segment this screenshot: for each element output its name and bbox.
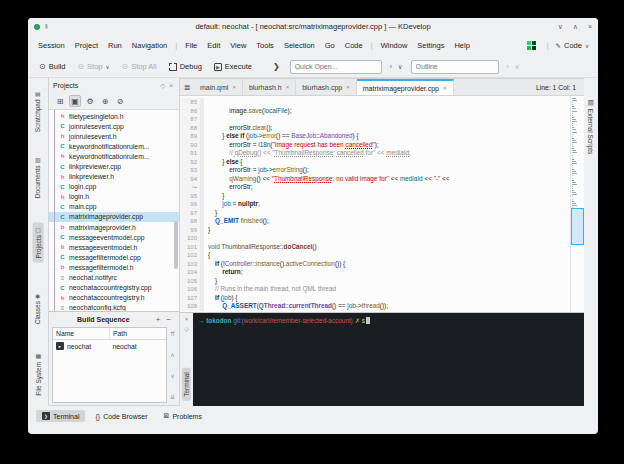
editor-tab-blurhash.cpp[interactable]: blurhash.cpp×: [296, 79, 357, 95]
tree-item[interactable]: hlogin.h: [49, 192, 179, 202]
code-line: 86 image.save(localFile);: [180, 107, 570, 116]
nav-dropdown-icon[interactable]: ∨: [396, 63, 405, 71]
close-tab-icon[interactable]: ×: [286, 84, 290, 90]
sidebar-tab-classes[interactable]: Classes◉: [33, 289, 44, 328]
remove-build-item-button[interactable]: −: [163, 315, 174, 324]
new-project-icon[interactable]: ⊞: [54, 95, 66, 107]
bottom-toolview-bar: ❯Terminal{}Code Browser⊠Problems: [28, 406, 598, 426]
tree-item[interactable]: hmatriximageprovider.h: [49, 222, 179, 232]
tree-item[interactable]: hfiletypesingleton.h: [49, 111, 179, 121]
move-up-icon[interactable]: ∧: [170, 351, 174, 358]
move-bottom-icon[interactable]: ⇊: [170, 393, 175, 400]
close-tab-icon[interactable]: ×: [346, 84, 350, 90]
close-tab-icon[interactable]: ×: [232, 84, 236, 90]
stop-all-button[interactable]: ⊝Stop All: [117, 60, 162, 73]
build-sequence-row[interactable]: ▸neochatneochat: [53, 340, 166, 352]
locate-document-icon[interactable]: ▣: [69, 95, 81, 107]
tree-item[interactable]: hlinkpreviewer.h: [49, 172, 179, 182]
tree-item[interactable]: hmessageeventmodel.h: [49, 242, 179, 252]
close-panel-icon[interactable]: ×: [167, 82, 175, 89]
menu-item-session[interactable]: Session: [33, 39, 70, 52]
menu-item-navigation[interactable]: Navigation: [127, 39, 172, 52]
menu-item-project[interactable]: Project: [70, 39, 103, 52]
tree-item[interactable]: Cmain.cpp: [49, 202, 179, 212]
menu-item-tools[interactable]: Tools: [251, 39, 279, 52]
toolview-button-problems[interactable]: ⊠Problems: [158, 410, 208, 422]
build-project-icon[interactable]: ⊕: [99, 95, 111, 107]
menu-item-window[interactable]: Window: [376, 39, 413, 52]
float-panel-icon[interactable]: ◇: [158, 82, 167, 90]
sidebar-tab-file-system[interactable]: File System▦: [33, 349, 44, 400]
editor-tab-blurhash.h[interactable]: blurhash.h×: [243, 79, 296, 95]
minimap-viewport[interactable]: [571, 208, 584, 245]
stop-button[interactable]: ⊝Stop∨: [72, 60, 114, 73]
tree-item[interactable]: hneochataccountregistry.h: [49, 293, 179, 303]
menu-item-code[interactable]: Code: [340, 39, 368, 52]
tree-item[interactable]: ≡neochat.notifyrc: [49, 273, 179, 283]
quick-open-input[interactable]: [290, 60, 382, 74]
menu-item-help[interactable]: Help: [449, 39, 474, 52]
sidebar-tab-projects[interactable]: Projects▢: [33, 223, 44, 263]
close-button[interactable]: ×: [588, 23, 592, 31]
tree-item[interactable]: Cmatriximageprovider.cpp: [49, 212, 179, 222]
minimap-line: [572, 205, 577, 206]
maximize-button[interactable]: ∧: [573, 23, 578, 31]
minimap-line: [572, 194, 577, 195]
tree-item[interactable]: hkeywordnotificationrulem...: [49, 151, 179, 161]
file-name: messagefiltermodel.h: [69, 264, 134, 271]
menu-item-settings[interactable]: Settings: [412, 39, 449, 52]
menu-item-file[interactable]: File: [180, 39, 202, 52]
toolbar-overflow-icon[interactable]: ❯: [259, 62, 288, 71]
tree-item[interactable]: Ckeywordnotificationrulem...: [49, 141, 179, 151]
editor-tab-matriximageprovider.cpp[interactable]: matriximageprovider.cpp×: [357, 79, 454, 95]
titlebar[interactable]: ✎ default: neochat - [ neochat:src/matri…: [28, 18, 598, 35]
move-top-icon[interactable]: ⇈: [170, 330, 175, 337]
tree-item[interactable]: Cjoinrulesevent.cpp: [49, 121, 179, 131]
toolview-button-terminal[interactable]: ❯Terminal: [36, 410, 85, 422]
tree-item[interactable]: ≡neochatconfig.kcfg: [49, 303, 179, 311]
tree-item[interactable]: Cmessageeventmodel.cpp: [49, 232, 179, 242]
sidebar-tab-documents[interactable]: Documents▥: [33, 153, 44, 203]
menu-item-run[interactable]: Run: [103, 39, 127, 52]
sidebar-tab-scratchpad[interactable]: Scratchpad▤: [33, 87, 44, 137]
tree-item[interactable]: Clinkpreviewer.cpp: [49, 161, 179, 171]
menu-item-selection[interactable]: Selection: [279, 39, 320, 52]
sidebar-tab-external-scripts[interactable]: ▤External Scripts: [587, 100, 595, 155]
minimap[interactable]: [570, 96, 584, 312]
menu-item-view[interactable]: View: [225, 39, 251, 52]
code-editor[interactable]: 8586 image.save(localFile);8788 errorStr…: [180, 96, 570, 312]
editor-tab-main.qml[interactable]: main.qml×: [194, 79, 243, 95]
area-selector[interactable]: ✎ Code ∨: [552, 39, 593, 52]
tree-item[interactable]: hjoinrulesevent.h: [49, 131, 179, 141]
document-list-icon[interactable]: ≣: [180, 79, 194, 95]
tree-item[interactable]: Clogin.cpp: [49, 182, 179, 192]
add-build-item-button[interactable]: +: [153, 315, 164, 324]
pin-icon[interactable]: ✎: [42, 22, 50, 31]
project-file-tree[interactable]: hfiletypesingleton.hCjoinrulesevent.cpph…: [49, 109, 179, 311]
float-terminal-icon[interactable]: ◇: [184, 325, 189, 332]
move-down-icon[interactable]: ∨: [170, 372, 174, 379]
build-sequence-table[interactable]: Name Path ▸neochatneochat: [52, 327, 167, 403]
tree-item[interactable]: Cneochataccountregistry.cpp: [49, 283, 179, 293]
build-button[interactable]: ⊙Build: [34, 60, 70, 73]
minimize-button[interactable]: ∨: [558, 23, 563, 31]
terminal-output[interactable]: → tokodon git:(work/carl/remember-select…: [193, 313, 584, 406]
debug-button[interactable]: Debug: [164, 60, 207, 73]
tree-item[interactable]: Cmessagefiltermodel.cpp: [49, 252, 179, 262]
tree-scrollbar[interactable]: [174, 221, 178, 269]
close-terminal-icon[interactable]: ×: [185, 316, 189, 322]
nav-back-icon[interactable]: ‹: [388, 63, 394, 70]
area-switcher-icon[interactable]: [527, 41, 536, 50]
toolview-button-code-browser[interactable]: {}Code Browser: [89, 411, 153, 422]
close-tab-icon[interactable]: ×: [443, 85, 447, 91]
execute-button[interactable]: ▶Execute: [209, 60, 257, 73]
menu-item-edit[interactable]: Edit: [202, 39, 225, 52]
menu-item-go[interactable]: Go: [320, 39, 340, 52]
tree-item[interactable]: hmessagefiltermodel.h: [49, 262, 179, 272]
outline-input[interactable]: [411, 60, 499, 74]
settings-icon[interactable]: ⚙: [84, 95, 96, 107]
outline-next-icon[interactable]: ›: [505, 63, 511, 70]
filter-icon[interactable]: ⊘: [114, 95, 126, 107]
terminal-tab-label[interactable]: Terminal: [182, 368, 191, 401]
outline-dropdown-icon[interactable]: ∨: [513, 63, 522, 71]
